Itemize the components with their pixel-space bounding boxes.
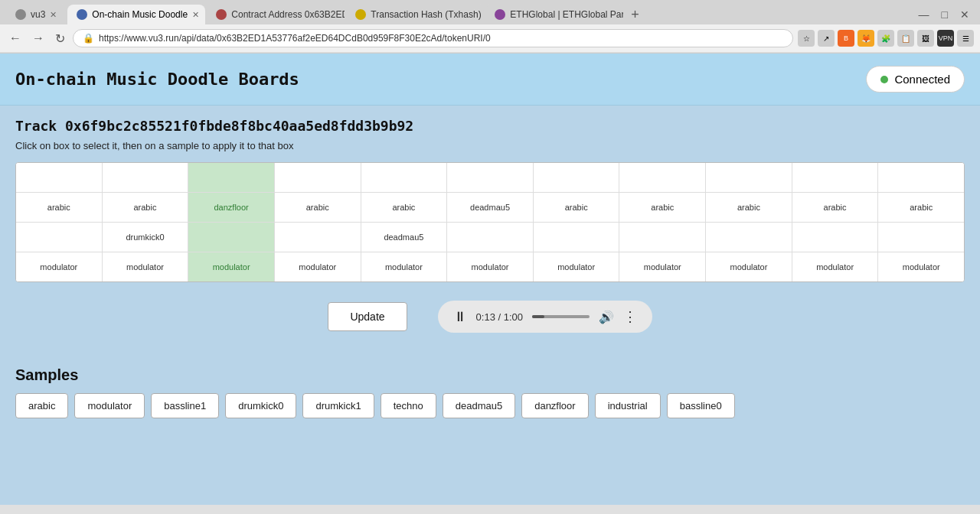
grid-cell-2-10[interactable] [878, 223, 964, 252]
grid-cell-2-5[interactable] [447, 223, 534, 252]
app-header: On-chain Music Doodle Boards Connected [0, 54, 980, 106]
more-options-button[interactable]: ⋮ [623, 308, 637, 325]
brave-icon[interactable]: B [838, 30, 854, 47]
share-icon[interactable]: ↗ [818, 30, 835, 47]
sample-button-deadmau5[interactable]: deadmau5 [443, 393, 515, 418]
sample-button-danzfloor[interactable]: danzfloor [521, 393, 588, 418]
extension-icons: ☆ ↗ B 🦊 🧩 📋 🖼 VPN ☰ [798, 30, 974, 47]
tab-close-vu3[interactable]: ✕ [50, 10, 57, 20]
grid-row-3: modulatormodulatormodulatormodulatormodu… [16, 252, 964, 281]
grid-cell-3-9[interactable]: modulator [792, 252, 879, 281]
grid-cell-1-2[interactable]: danzfloor [188, 193, 275, 222]
grid-cell-3-3[interactable]: modulator [275, 252, 361, 281]
connected-button[interactable]: Connected [866, 66, 965, 93]
grid-cell-0-1[interactable] [103, 163, 189, 192]
grid-cell-3-1[interactable]: modulator [103, 252, 189, 281]
sample-button-industrial[interactable]: industrial [595, 393, 661, 418]
tab-controls: — □ ✕ [914, 7, 974, 22]
address-bar[interactable]: 🔒 https://www.vu3.run/api/data/0x63B2ED1… [73, 29, 793, 47]
grid-cell-2-3[interactable] [275, 223, 361, 252]
menu-icon[interactable]: ☰ [957, 30, 974, 47]
grid-cell-1-5[interactable]: deadmau5 [447, 193, 534, 222]
grid-cell-2-4[interactable]: deadmau5 [361, 223, 448, 252]
grid-cell-3-5[interactable]: modulator [447, 252, 534, 281]
volume-button[interactable]: 🔊 [599, 310, 614, 324]
grid-cell-1-8[interactable]: arabic [706, 193, 792, 222]
grid-row-2: drumkick0deadmau5 [16, 223, 964, 252]
sample-button-arabic[interactable]: arabic [15, 393, 68, 418]
grid-cell-0-2[interactable] [188, 163, 275, 192]
grid-cell-2-7[interactable] [619, 223, 706, 252]
vpn-icon[interactable]: VPN [937, 30, 954, 47]
sample-button-drumkick0[interactable]: drumkick0 [225, 393, 296, 418]
grid-cell-2-2[interactable] [188, 223, 275, 252]
update-button[interactable]: Update [328, 302, 407, 331]
grid-cell-0-4[interactable] [361, 163, 448, 192]
new-tab-button[interactable]: + [625, 5, 645, 24]
reload-button[interactable]: ↻ [52, 30, 68, 47]
main-content: Track 0x6f9bc2c85521f0fbde8f8bc40aa5ed8f… [0, 106, 980, 366]
sample-button-bassline0[interactable]: bassline0 [667, 393, 735, 418]
play-pause-button[interactable]: ⏸ [453, 309, 467, 325]
track-title: Track 0x6f9bc2c85521f0fbde8f8bc40aa5ed8f… [15, 118, 965, 134]
time-separator: / [498, 311, 504, 323]
grid-cell-0-5[interactable] [447, 163, 534, 192]
connected-label: Connected [894, 73, 950, 86]
minimize-button[interactable]: — [914, 7, 934, 22]
grid-cell-0-10[interactable] [878, 163, 964, 192]
metamask-icon[interactable]: 🦊 [858, 30, 874, 47]
audio-player: ⏸ 0:13 / 1:00 🔊 ⋮ [438, 301, 652, 333]
sample-button-bassline1[interactable]: bassline1 [151, 393, 219, 418]
grid-cell-1-4[interactable]: arabic [361, 193, 448, 222]
grid-cell-2-8[interactable] [706, 223, 792, 252]
grid-cell-3-6[interactable]: modulator [534, 252, 620, 281]
maximize-button[interactable]: □ [937, 7, 952, 22]
grid-cell-3-2[interactable]: modulator [188, 252, 275, 281]
grid-cell-3-0[interactable]: modulator [16, 252, 103, 281]
grid-cell-2-6[interactable] [534, 223, 620, 252]
browser-chrome: vu3 ✕ On-chain Music Doodle ✕ Contract A… [0, 0, 980, 54]
grid-cell-1-6[interactable]: arabic [534, 193, 620, 222]
grid-cell-0-7[interactable] [619, 163, 706, 192]
grid-cell-3-4[interactable]: modulator [361, 252, 448, 281]
tab-on-chain-music[interactable]: On-chain Music Doodle ✕ [67, 5, 205, 24]
grid-cell-3-8[interactable]: modulator [706, 252, 792, 281]
grid-cell-1-7[interactable]: arabic [619, 193, 706, 222]
ext-icon-3[interactable]: 📋 [897, 30, 914, 47]
close-window-button[interactable]: ✕ [956, 7, 974, 22]
tab-ethglobal[interactable]: ETHGlobal | ETHGlobal Paris D... ✕ [485, 5, 623, 24]
grid-cell-3-7[interactable]: modulator [619, 252, 706, 281]
tab-vu3[interactable]: vu3 ✕ [6, 5, 66, 24]
tab-close-music[interactable]: ✕ [192, 10, 199, 20]
grid-cell-1-10[interactable]: arabic [878, 193, 964, 222]
scrollbar[interactable] [0, 505, 980, 514]
bookmark-icon[interactable]: ☆ [798, 30, 815, 47]
grid-cell-2-1[interactable]: drumkick0 [103, 223, 189, 252]
grid-cell-3-10[interactable]: modulator [878, 252, 964, 281]
tab-bar: vu3 ✕ On-chain Music Doodle ✕ Contract A… [0, 0, 980, 24]
grid-cell-2-0[interactable] [16, 223, 103, 252]
lock-icon: 🔒 [83, 33, 94, 44]
grid-cell-1-1[interactable]: arabic [103, 193, 189, 222]
back-button[interactable]: ← [6, 30, 24, 47]
grid-cell-0-9[interactable] [792, 163, 879, 192]
music-grid: arabicarabicdanzfloorarabicarabicdeadmau… [15, 162, 965, 282]
grid-cell-1-9[interactable]: arabic [792, 193, 879, 222]
progress-bar[interactable] [532, 315, 590, 318]
grid-cell-1-0[interactable]: arabic [16, 193, 103, 222]
sample-button-modulator[interactable]: modulator [74, 393, 145, 418]
ext-icon-2[interactable]: 🧩 [877, 30, 894, 47]
tab-icon-music [77, 9, 87, 20]
tab-txhash[interactable]: Transaction Hash (Txhash) Det... ✕ [346, 5, 484, 24]
grid-cell-0-0[interactable] [16, 163, 103, 192]
sample-button-techno[interactable]: techno [381, 393, 436, 418]
ext-icon-4[interactable]: 🖼 [917, 30, 934, 47]
grid-cell-0-3[interactable] [275, 163, 361, 192]
tab-contract[interactable]: Contract Address 0x63B2ED1A... ✕ [207, 5, 345, 24]
grid-cell-0-8[interactable] [706, 163, 792, 192]
forward-button[interactable]: → [29, 30, 47, 47]
grid-cell-1-3[interactable]: arabic [275, 193, 361, 222]
grid-cell-2-9[interactable] [792, 223, 879, 252]
sample-button-drumkick1[interactable]: drumkick1 [302, 393, 374, 418]
grid-cell-0-6[interactable] [534, 163, 620, 192]
